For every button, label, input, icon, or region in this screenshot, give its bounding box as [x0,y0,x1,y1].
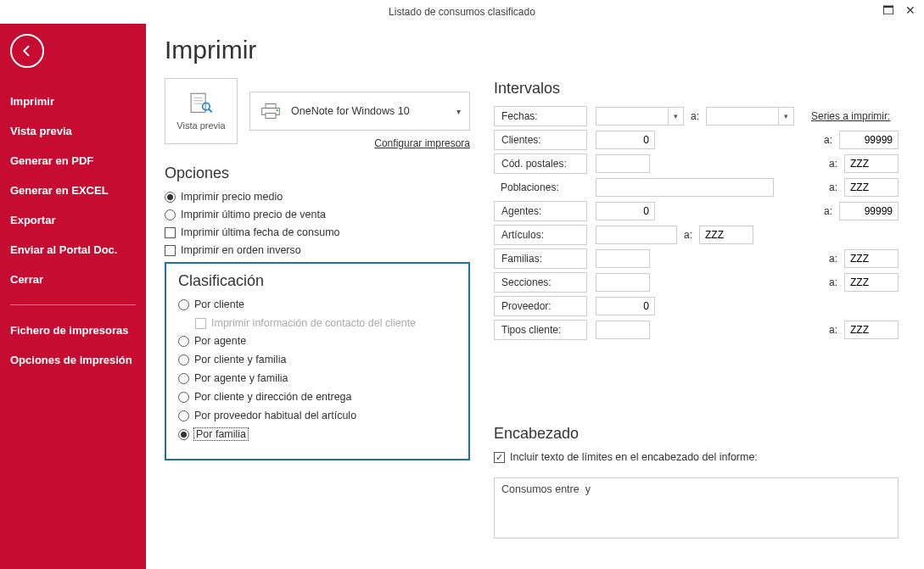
iv-proveedor-label: Proveedor: [494,296,587,316]
familias-from[interactable] [596,249,650,268]
secciones-to[interactable] [844,273,899,292]
sidebar-item-fichero[interactable]: Fichero de impresoras [0,315,146,345]
radio-icon[interactable] [178,336,189,347]
opt-orden-inverso[interactable]: Imprimir en orden inverso [165,244,470,256]
clas-cliente[interactable]: Por cliente [178,298,456,310]
sidebar-item-imprimir[interactable]: Imprimir [0,86,146,116]
radio-icon[interactable] [178,373,189,384]
iv-poblaciones-label: Poblaciones: [494,177,587,198]
preview-button[interactable]: Vista previa [165,78,238,144]
sidebar: Imprimir Vista previa Generar en PDF Gen… [0,24,146,569]
fechas-from[interactable] [596,107,669,126]
checkbox-icon[interactable] [494,452,505,463]
codpostales-from[interactable] [596,154,650,173]
section-clasificacion: Clasificación [178,272,456,290]
codpostales-to[interactable] [844,154,899,173]
svg-rect-8 [266,114,276,119]
sidebar-item-pdf[interactable]: Generar en PDF [0,146,146,176]
radio-icon[interactable] [178,429,189,440]
fechas-to[interactable] [706,107,779,126]
series-link[interactable]: Series a imprimir: [811,110,890,122]
clientes-from[interactable] [596,131,655,149]
radio-icon[interactable] [165,192,176,203]
radio-icon[interactable] [178,410,189,421]
poblaciones-to[interactable] [844,178,899,197]
sidebar-item-portal[interactable]: Enviar al Portal Doc. [0,235,146,265]
familias-to[interactable] [844,249,899,268]
clas-agente-familia[interactable]: Por agente y familia [178,372,456,384]
opt-ultimo-precio[interactable]: Imprimir último precio de venta [165,209,470,220]
agentes-from[interactable] [596,202,655,220]
arrow-left-icon [20,43,35,59]
section-intervalos: Intervalos [494,80,899,98]
document-search-icon [187,92,216,117]
sidebar-item-opciones-impresion[interactable]: Opciones de impresión [0,345,146,375]
maximize-icon[interactable]: 🗖 [882,3,895,17]
clas-proveedor[interactable]: Por proveedor habitual del artículo [178,410,456,421]
page-title: Imprimir [165,36,470,64]
iv-agentes-label: Agentes: [494,201,587,221]
sidebar-item-vista-previa[interactable]: Vista previa [0,116,146,146]
printer-selector[interactable]: OneNote for Windows 10 ▾ [249,92,470,131]
iv-codpostales-label: Cód. postales: [494,153,587,174]
clas-cliente-direccion[interactable]: Por cliente y dirección de entrega [178,391,456,403]
iv-secciones-label: Secciones: [494,272,587,293]
poblaciones-from[interactable] [596,178,774,197]
close-icon[interactable]: ✕ [904,3,917,17]
sidebar-item-excel[interactable]: Generar en EXCEL [0,176,146,205]
titlebar: Listado de consumos clasificado 🗖 ✕ [0,0,924,24]
opt-precio-medio[interactable]: Imprimir precio medio [165,191,470,203]
sidebar-divider [10,304,136,305]
clas-agente[interactable]: Por agente [178,335,456,347]
tipos-to[interactable] [844,321,899,339]
clas-familia[interactable]: Por familia [178,428,456,440]
radio-icon[interactable] [165,209,176,220]
checkbox-icon [195,318,206,329]
opt-ultima-fecha[interactable]: Imprimir última fecha de consumo [165,226,470,238]
chevron-down-icon: ▾ [456,107,461,116]
articulos-to[interactable] [699,226,753,244]
clas-contacto-check: Imprimir información de contacto del cli… [195,317,456,329]
clasificacion-panel: Clasificación Por cliente Imprimir infor… [165,262,470,460]
iv-tipos-label: Tipos cliente: [494,320,587,340]
configure-printer-link[interactable]: Configurar impresora [249,137,470,149]
svg-line-5 [209,109,211,112]
svg-point-9 [277,109,278,111]
encabezado-check[interactable]: Incluir texto de límites en el encabezad… [494,451,899,463]
checkbox-icon[interactable] [165,245,176,256]
iv-familias-label: Familias: [494,248,587,269]
chevron-down-icon[interactable]: ▾ [779,107,794,126]
radio-icon[interactable] [178,354,189,365]
section-encabezado: Encabezado [494,425,899,443]
preview-label: Vista previa [176,120,225,131]
encabezado-text[interactable] [494,477,899,538]
printer-name: OneNote for Windows 10 [291,105,448,117]
clas-cliente-familia[interactable]: Por cliente y familia [178,354,456,365]
checkbox-icon[interactable] [165,227,176,238]
tipos-from[interactable] [596,321,650,339]
svg-rect-7 [266,103,276,108]
articulos-from[interactable] [596,226,677,244]
proveedor-from[interactable] [596,297,655,315]
agentes-to[interactable] [839,202,899,220]
iv-fechas-label: Fechas: [494,106,587,126]
sidebar-item-cerrar[interactable]: Cerrar [0,265,146,294]
back-button[interactable] [10,34,44,68]
iv-clientes-label: Clientes: [494,130,587,150]
radio-icon[interactable] [178,392,189,403]
sidebar-item-exportar[interactable]: Exportar [0,205,146,235]
radio-icon[interactable] [178,299,189,310]
iv-articulos-label: Artículos: [494,225,587,245]
secciones-from[interactable] [596,273,650,292]
clientes-to[interactable] [839,131,899,149]
printer-icon [259,101,283,121]
chevron-down-icon[interactable]: ▾ [669,107,684,126]
window-title: Listado de consumos clasificado [389,6,535,18]
section-opciones: Opciones [165,165,470,182]
